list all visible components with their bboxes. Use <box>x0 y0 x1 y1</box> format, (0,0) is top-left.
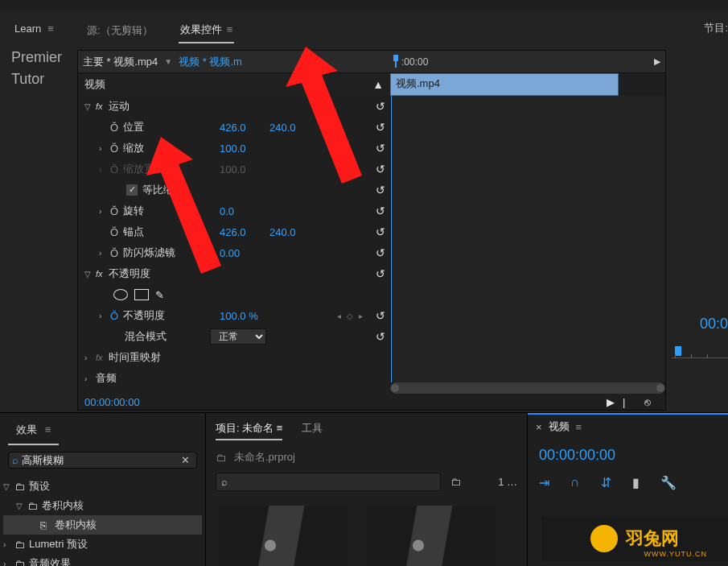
reset-icon[interactable]: ↺ <box>376 100 385 113</box>
tree-presets[interactable]: ▽🗀预设 <box>3 477 202 496</box>
label-uniform: 等比缩放 <box>142 183 184 197</box>
tab-program[interactable]: 节目: <box>704 16 728 40</box>
clip-thumbnail[interactable] <box>219 506 348 566</box>
learn-tab[interactable]: Learn≡ <box>0 23 68 35</box>
reset-icon[interactable]: ↺ <box>376 246 385 259</box>
reset-icon[interactable]: ↺ <box>376 309 385 322</box>
stopwatch-icon[interactable]: Ŏ <box>110 226 123 238</box>
reset-icon[interactable]: ↺ <box>376 184 385 196</box>
tree-lumetri[interactable]: ›🗀Lumetri 预设 <box>3 535 202 554</box>
effects-search[interactable]: ⌕ ✕ <box>8 452 197 469</box>
value-opacity[interactable]: 100.0 % <box>220 310 269 322</box>
value-rotation[interactable]: 0.0 <box>220 205 269 217</box>
marker-icon[interactable]: ▮ <box>632 475 640 490</box>
tree-convolution[interactable]: ▽🗀卷积内核 <box>3 496 202 515</box>
value-anchor-x[interactable]: 426.0 <box>220 226 269 238</box>
insert-icon[interactable]: ⇥ <box>539 475 549 490</box>
rect-mask-icon[interactable] <box>134 289 149 300</box>
reset-icon[interactable]: ↺ <box>376 225 385 238</box>
prop-anchor: 锚点 <box>123 225 220 239</box>
prop-blend: 混合模式 <box>125 329 210 344</box>
keyframe-area[interactable] <box>390 96 665 382</box>
reset-icon[interactable]: ↺ <box>376 121 385 134</box>
fx-badge[interactable]: fx <box>96 101 109 111</box>
value-scale[interactable]: 100.0 <box>220 143 269 155</box>
menu-icon[interactable]: ≡ <box>277 422 283 434</box>
twirl-icon[interactable]: › <box>99 249 110 258</box>
fx-badge[interactable]: fx <box>96 353 109 362</box>
tab-tools[interactable]: 工具 <box>302 418 323 440</box>
project-search[interactable]: ⌕ <box>216 473 441 491</box>
effects-tab[interactable]: 效果 ≡ <box>8 416 59 445</box>
menu-icon[interactable]: ≡ <box>45 423 51 436</box>
bin-icon[interactable]: 🗀 <box>450 476 461 488</box>
stopwatch-icon[interactable]: Ŏ <box>110 205 123 217</box>
twirl-icon[interactable]: ▽ <box>84 102 96 111</box>
stopwatch-icon[interactable]: Ŏ <box>110 122 123 134</box>
clip-thumbnail[interactable] <box>367 506 496 566</box>
program-ruler[interactable] <box>672 346 728 370</box>
twirl-icon[interactable]: › <box>99 144 110 153</box>
effect-opacity[interactable]: 不透明度 <box>109 266 205 281</box>
reset-icon[interactable]: ↺ <box>376 142 385 155</box>
twirl-icon[interactable]: › <box>99 207 110 216</box>
value-scale-width: 100.0 <box>220 163 269 176</box>
tree-audio-fx[interactable]: ›🗀音频效果 <box>3 554 202 566</box>
twirl-icon[interactable]: › <box>99 312 110 320</box>
horizontal-scrollbar[interactable] <box>390 382 665 394</box>
uniform-scale-checkbox[interactable]: ✓ <box>126 184 138 196</box>
menu-icon[interactable]: ≡ <box>576 421 582 433</box>
twirl-icon[interactable]: ▽ <box>84 270 96 279</box>
snap-icon[interactable]: ∩ <box>570 475 580 490</box>
reset-icon[interactable]: ↺ <box>376 267 385 280</box>
menu-icon[interactable]: ≡ <box>227 23 233 35</box>
value-pos-y[interactable]: 240.0 <box>269 122 319 134</box>
effect-timeremap[interactable]: 时间重映射 <box>109 350 205 365</box>
clip-bar[interactable]: 视频.mp4 <box>390 73 619 96</box>
project-search-input[interactable] <box>228 476 435 488</box>
effects-search-input[interactable] <box>22 454 178 466</box>
twirl-icon[interactable]: › <box>99 165 110 174</box>
bin-icon[interactable]: 🗀 <box>216 452 226 464</box>
playhead-icon[interactable] <box>392 55 400 68</box>
crumb-link[interactable]: 视频 * 视频.m <box>179 55 242 69</box>
pen-mask-icon[interactable]: ✎ <box>155 289 164 301</box>
close-icon[interactable]: × <box>536 421 542 433</box>
timecode[interactable]: 00:00:00:00 <box>84 396 140 408</box>
twirl-icon[interactable]: › <box>84 374 96 383</box>
clear-search-icon[interactable]: ✕ <box>178 454 193 466</box>
tab-project[interactable]: 项目: 未命名 ≡ <box>216 418 282 440</box>
reset-icon[interactable]: ↺ <box>376 205 385 217</box>
tab-source[interactable]: 源:（无剪辑） <box>85 19 154 43</box>
blend-mode-select[interactable]: 正常 <box>210 328 266 345</box>
value-anchor-y[interactable]: 240.0 <box>269 226 319 238</box>
timeline-ruler[interactable]: :00:00 <box>390 51 665 73</box>
value-pos-x[interactable]: 426.0 <box>220 122 269 134</box>
chevron-down-icon[interactable]: ▼ <box>164 57 172 66</box>
scroll-up-icon[interactable]: ▲ <box>372 78 384 91</box>
loop-icon[interactable]: ▶| <box>607 396 633 408</box>
crumb-main[interactable]: 主要 * 视频.mp4 <box>83 55 158 69</box>
value-flicker[interactable]: 0.00 <box>220 247 269 259</box>
section-audio[interactable]: 音频 <box>96 371 192 382</box>
marker-link-icon[interactable]: ⇵ <box>601 475 611 490</box>
program-timecode: 00:0 <box>700 316 728 333</box>
timeline-timecode[interactable]: 00:00:00:00 <box>528 439 728 472</box>
reset-icon[interactable]: ↺ <box>376 330 385 343</box>
keyframe-nav[interactable]: ◂ ◇ ▸ <box>337 312 364 320</box>
twirl-icon[interactable]: › <box>84 353 96 362</box>
ellipse-mask-icon[interactable] <box>113 289 128 300</box>
stopwatch-active-icon[interactable]: Ŏ <box>110 310 123 322</box>
prop-flicker: 防闪烁滤镜 <box>123 246 220 260</box>
stopwatch-icon[interactable]: Ŏ <box>110 247 123 259</box>
effect-motion[interactable]: 运动 <box>109 99 205 114</box>
fx-badge[interactable]: fx <box>96 269 109 279</box>
tree-convolution-item[interactable]: ⎘卷积内核 <box>3 515 202 535</box>
tab-video[interactable]: 视频 <box>549 419 570 434</box>
tab-effect-controls[interactable]: 效果控件≡ <box>179 18 235 43</box>
wrench-icon[interactable]: 🔧 <box>660 475 677 490</box>
reset-icon[interactable]: ↺ <box>376 163 385 176</box>
export-icon[interactable]: ⎋ <box>644 396 659 408</box>
stopwatch-icon[interactable]: Ŏ <box>110 143 123 155</box>
menu-icon: ≡ <box>47 23 54 35</box>
